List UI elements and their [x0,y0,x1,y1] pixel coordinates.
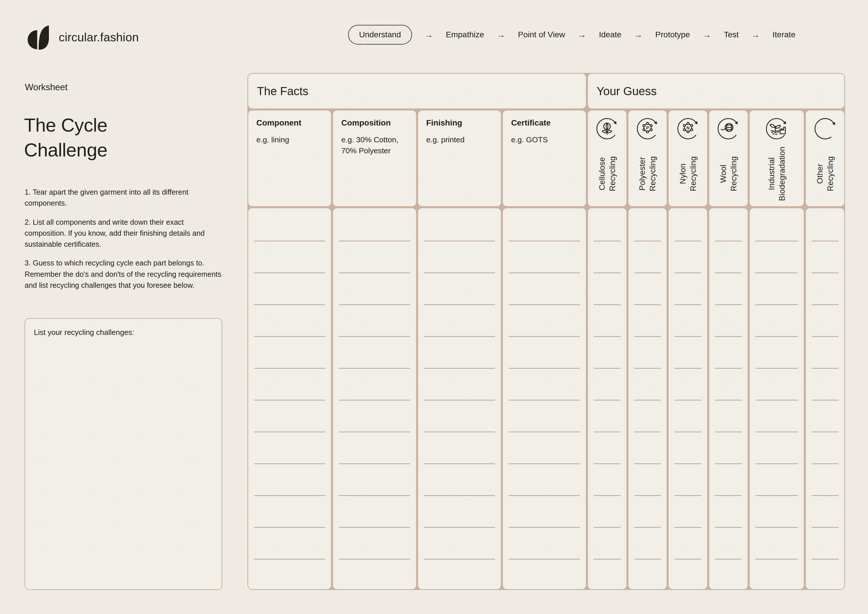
column-example: e.g. printed [426,134,493,145]
column-header-nylon-recycling: N Nylon Recycling [669,110,707,206]
column-header-industrial-biodegradation: Industrial Biodegradation [750,110,804,206]
column-header-polyester-recycling: P Polyester Recycling [629,110,667,206]
column-header-finishing: Finishing e.g. printed [418,110,501,206]
column-example: e.g. GOTS [511,134,578,145]
facts-section-title: The Facts [257,85,308,98]
guess-column-label: Polyester Recycling [637,156,658,191]
column-example: e.g. lining [256,134,323,145]
app-header-brand: circular.fashion [25,25,139,50]
nylon-recycling-icon: N [675,116,701,141]
cycle-challenge-table: The Facts Your Guess Component e.g. lini… [247,73,845,590]
industrial-biodegradation-icon [764,116,789,141]
guess-section-title: Your Guess [596,85,657,98]
column-header-other-recycling: Other Recycling [806,110,844,206]
entry-cell-finishing[interactable] [418,208,501,589]
column-header-component: Component e.g. lining [248,110,331,206]
nav-step-point-of-view[interactable]: Point of View [518,30,565,39]
entry-cell-composition[interactable] [333,208,416,589]
instruction-step-1: 1. Tear apart the given garment into all… [25,186,224,209]
entry-cell-certificate[interactable] [503,208,586,589]
arrow-right-icon: → [425,30,433,40]
recycling-challenges-box[interactable]: List your recycling challenges: [25,318,222,590]
entry-cell-other-recycling[interactable] [806,208,844,589]
arrow-right-icon: → [752,30,760,40]
arrow-right-icon: → [703,30,711,40]
page-title: The Cycle Challenge [24,113,107,163]
instruction-step-2: 2. List all components and write down th… [25,217,224,250]
entry-cell-wool-recycling[interactable] [709,208,748,589]
arrow-right-icon: → [497,30,505,40]
instructions: 1. Tear apart the given garment into all… [25,186,224,298]
column-header-wool-recycling: Wool Recycling [709,110,748,206]
svg-text:N: N [686,126,689,130]
column-example: e.g. 30% Cotton, 70% Polyester [341,134,408,157]
nav-step-understand[interactable]: Understand [348,25,412,45]
svg-text:P: P [646,126,649,130]
instruction-step-3: 3. Guess to which recycling cycle each p… [25,257,224,291]
nav-step-iterate[interactable]: Iterate [773,30,795,39]
nav-step-prototype[interactable]: Prototype [655,30,690,39]
column-header-composition: Composition e.g. 30% Cotton, 70% Polyest… [333,110,416,206]
cellulose-recycling-icon [594,116,620,141]
guess-column-label: Cellulose Recycling [597,156,618,191]
nav-step-ideate[interactable]: Ideate [599,30,621,39]
entry-cell-polyester-recycling[interactable] [629,208,667,589]
recycling-challenges-label: List your recycling challenges: [34,328,213,337]
guess-column-label: Other Recycling [815,156,835,191]
other-recycling-icon [812,116,838,141]
facts-section-header: The Facts [248,74,586,109]
brand-name: circular.fashion [59,31,139,44]
nav-step-empathize[interactable]: Empathize [446,30,484,39]
polyester-recycling-icon: P [635,116,660,141]
process-steps-nav: Understand → Empathize → Point of View →… [348,24,795,45]
guess-column-label: Wool Recycling [718,156,739,191]
guess-column-label: Nylon Recycling [678,156,699,191]
entry-cell-nylon-recycling[interactable] [669,208,707,589]
worksheet-kicker: Worksheet [25,82,68,93]
guess-column-label: Industrial Biodegradation [766,147,787,201]
arrow-right-icon: → [578,30,586,40]
entry-cell-industrial-biodegradation[interactable] [750,208,804,589]
guess-section-header: Your Guess [588,74,844,109]
entry-cell-cellulose-recycling[interactable] [588,208,626,589]
arrow-right-icon: → [634,30,643,40]
nav-step-test[interactable]: Test [724,30,739,39]
entry-cell-component[interactable] [248,208,331,589]
circular-fashion-logo-icon [25,25,51,50]
column-header-cellulose-recycling: Cellulose Recycling [588,110,626,206]
column-header-certificate: Certificate e.g. GOTS [503,110,586,206]
wool-recycling-icon [716,116,741,141]
